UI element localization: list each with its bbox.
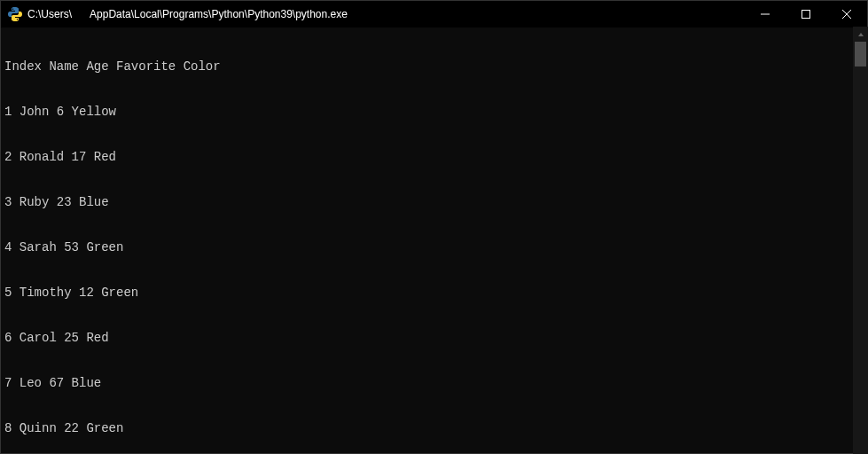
- scroll-up-button[interactable]: [853, 27, 868, 42]
- output-row: 6 Carol 25 Red: [4, 331, 864, 346]
- scroll-thumb[interactable]: [855, 42, 866, 67]
- close-button[interactable]: [826, 1, 867, 27]
- python-icon: [8, 7, 22, 21]
- output-row: 7 Leo 67 Blue: [4, 376, 864, 391]
- output-row: 1 John 6 Yellow: [4, 105, 864, 120]
- window-controls: [745, 1, 867, 27]
- console-output[interactable]: Index Name Age Favorite Color 1 John 6 Y…: [1, 27, 867, 453]
- maximize-button[interactable]: [786, 1, 826, 27]
- vertical-scrollbar[interactable]: [853, 27, 868, 454]
- console-window: C:\Users\ AppData\Local\Programs\Python\…: [0, 0, 868, 454]
- output-row: 3 Ruby 23 Blue: [4, 195, 864, 210]
- output-row: 2 Ronald 17 Red: [4, 150, 864, 165]
- output-row: 5 Timothy 12 Green: [4, 286, 864, 301]
- svg-rect-1: [802, 11, 810, 19]
- title-path-gap: [72, 8, 90, 20]
- title-path-suffix: AppData\Local\Programs\Python\Python39\p…: [90, 8, 348, 20]
- output-header: Index Name Age Favorite Color: [4, 59, 864, 74]
- title-path-prefix: C:\Users\: [27, 8, 72, 20]
- output-row: 8 Quinn 22 Green: [4, 421, 864, 436]
- titlebar[interactable]: C:\Users\ AppData\Local\Programs\Python\…: [1, 1, 867, 27]
- minimize-button[interactable]: [745, 1, 786, 27]
- output-row: 4 Sarah 53 Green: [4, 240, 864, 255]
